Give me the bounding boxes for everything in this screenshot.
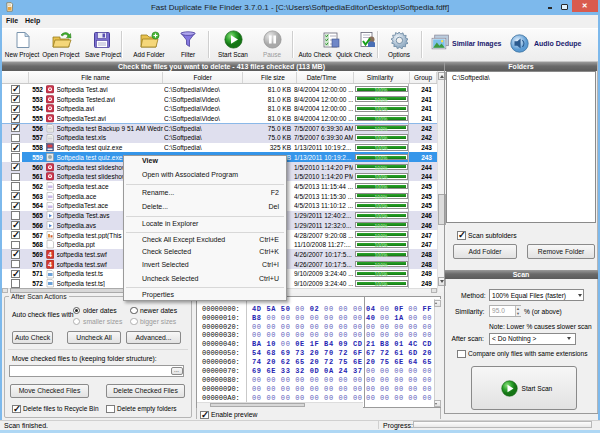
svg-text:4: 4 (48, 251, 52, 258)
svg-text:4: 4 (48, 261, 52, 268)
